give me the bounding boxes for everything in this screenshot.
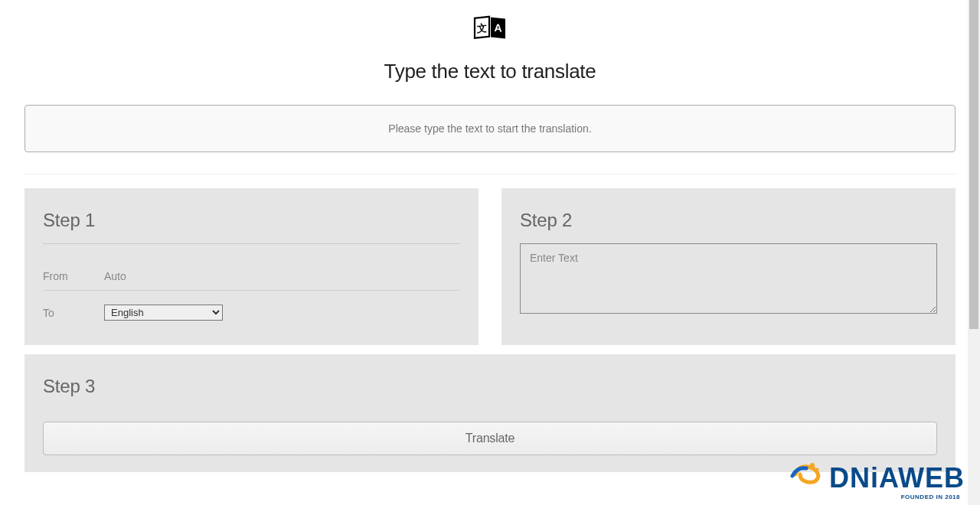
from-value: Auto	[104, 270, 126, 282]
notice-box: Please type the text to start the transl…	[24, 105, 956, 152]
scrollbar-track	[968, 0, 980, 505]
to-row: To English	[43, 291, 460, 328]
header-section: 文 A Type the text to translate	[24, 12, 956, 83]
page-title: Type the text to translate	[24, 60, 956, 83]
watermark-tagline: FOUNDED IN 2018	[789, 494, 960, 500]
scrollbar-thumb[interactable]	[969, 0, 978, 329]
step2-panel: Step 2	[501, 188, 956, 345]
step3-panel: Step 3 Translate	[24, 354, 956, 472]
step1-panel: Step 1 From Auto To English	[24, 188, 479, 345]
notice-text: Please type the text to start the transl…	[388, 122, 591, 135]
from-row: From Auto	[43, 262, 460, 291]
step1-divider	[43, 243, 460, 244]
section-divider	[24, 174, 956, 174]
step1-heading: Step 1	[43, 210, 460, 231]
step3-heading: Step 3	[43, 376, 937, 397]
translate-button[interactable]: Translate	[43, 422, 937, 455]
svg-text:A: A	[494, 21, 501, 34]
text-input[interactable]	[520, 243, 937, 314]
to-label: To	[43, 307, 104, 319]
to-select[interactable]: English	[104, 305, 223, 321]
svg-text:文: 文	[476, 21, 487, 34]
translate-icon: 文 A	[473, 12, 507, 46]
step2-heading: Step 2	[520, 210, 937, 231]
from-label: From	[43, 270, 104, 282]
